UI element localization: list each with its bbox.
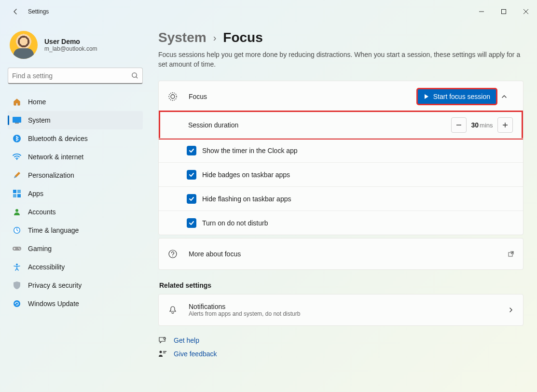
checkbox-flashing[interactable] — [187, 194, 196, 204]
nav-time[interactable]: Time & language — [8, 221, 143, 239]
option-dnd-row[interactable]: Turn on do not disturb — [159, 210, 523, 235]
avatar — [10, 31, 38, 59]
focus-header-row: Focus Start focus session — [159, 81, 523, 112]
chevron-right-icon — [508, 307, 514, 313]
nav-system[interactable]: System — [8, 111, 143, 129]
svg-point-21 — [172, 256, 173, 257]
svg-rect-3 — [15, 123, 19, 124]
svg-point-24 — [160, 351, 162, 353]
nav-accounts[interactable]: Accounts — [8, 203, 143, 221]
bell-icon — [167, 306, 178, 314]
help-chat-icon — [158, 336, 167, 344]
help-icon — [167, 250, 178, 258]
app-title: Settings — [28, 8, 49, 15]
clock-icon — [13, 226, 21, 235]
nav-privacy[interactable]: Privacy & security — [8, 276, 143, 294]
apps-icon — [13, 189, 21, 198]
close-button[interactable] — [515, 4, 537, 19]
checkbox-timer[interactable] — [187, 146, 196, 155]
nav-update[interactable]: Windows Update — [8, 294, 143, 313]
maximize-button[interactable] — [493, 4, 515, 19]
accessibility-icon — [13, 263, 21, 271]
person-icon — [13, 208, 21, 216]
nav-network[interactable]: Network & internet — [8, 148, 143, 166]
svg-rect-6 — [13, 190, 16, 193]
nav-apps[interactable]: Apps — [8, 184, 143, 203]
option-timer-row[interactable]: Show the timer in the Clock app — [159, 138, 523, 162]
svg-rect-0 — [502, 10, 506, 14]
svg-rect-2 — [13, 117, 21, 123]
svg-point-20 — [169, 250, 177, 258]
chevron-right-icon: › — [213, 32, 217, 43]
session-duration-label: Session duration — [188, 121, 238, 129]
svg-rect-8 — [13, 194, 16, 197]
more-about-focus-row[interactable]: More about focus — [158, 238, 523, 270]
svg-point-5 — [16, 159, 17, 160]
start-focus-button[interactable]: Start focus session — [417, 88, 497, 105]
bluetooth-icon — [13, 134, 21, 143]
back-button[interactable] — [6, 2, 25, 21]
duration-value: 30mins — [470, 121, 494, 129]
nav-gaming[interactable]: Gaming — [8, 239, 143, 258]
svg-point-18 — [169, 93, 177, 100]
wifi-icon — [13, 153, 21, 161]
get-help-link[interactable]: Get help — [158, 336, 523, 344]
svg-point-15 — [19, 249, 20, 250]
chevron-up-icon[interactable] — [501, 93, 514, 100]
increase-duration-button[interactable] — [497, 117, 513, 133]
svg-point-17 — [14, 300, 20, 307]
update-icon — [13, 299, 21, 308]
related-settings-title: Related settings — [159, 281, 523, 289]
focus-icon — [167, 92, 178, 101]
option-badges-row[interactable]: Hide badges on taskbar apps — [159, 162, 523, 186]
home-icon — [13, 98, 21, 106]
svg-point-10 — [15, 209, 18, 212]
checkbox-dnd[interactable] — [187, 218, 196, 228]
svg-point-16 — [16, 264, 18, 266]
focus-card: Focus Start focus session Session durati… — [158, 81, 523, 235]
main-content: System › Focus Focus sessions help you g… — [145, 23, 537, 392]
title-bar: Settings — [0, 0, 537, 23]
decrease-duration-button[interactable] — [451, 117, 467, 133]
svg-rect-9 — [17, 194, 21, 197]
open-link-icon — [508, 251, 514, 257]
minimize-button[interactable] — [470, 4, 493, 19]
profile-email: m_lab@outlook.com — [44, 45, 97, 52]
system-icon — [13, 116, 21, 125]
svg-point-1 — [132, 73, 137, 77]
profile[interactable]: User Demo m_lab@outlook.com — [10, 31, 145, 59]
svg-point-14 — [18, 248, 19, 249]
breadcrumb: System › Focus — [158, 30, 523, 45]
gamepad-icon — [13, 244, 21, 253]
breadcrumb-parent[interactable]: System — [158, 30, 207, 45]
focus-header-label: Focus — [189, 93, 207, 100]
notifications-row[interactable]: Notifications Alerts from apps and syste… — [158, 294, 523, 326]
play-icon — [424, 94, 429, 99]
search-box[interactable] — [8, 68, 143, 84]
give-feedback-link[interactable]: Give feedback — [158, 350, 523, 358]
sidebar: User Demo m_lab@outlook.com Home System … — [0, 23, 145, 392]
svg-point-19 — [171, 95, 175, 98]
page-title: Focus — [223, 30, 262, 45]
search-input[interactable] — [12, 72, 131, 80]
nav-accessibility[interactable]: Accessibility — [8, 258, 143, 276]
shield-icon — [13, 281, 21, 290]
svg-rect-7 — [17, 190, 21, 193]
feedback-icon — [158, 350, 167, 358]
search-icon — [131, 72, 138, 79]
session-duration-row: Session duration 30mins — [159, 111, 523, 140]
nav-personalization[interactable]: Personalization — [8, 166, 143, 184]
profile-name: User Demo — [44, 38, 97, 45]
checkbox-badges[interactable] — [187, 170, 196, 180]
nav-home[interactable]: Home — [8, 93, 143, 111]
page-description: Focus sessions help you get more done by… — [158, 50, 523, 69]
nav-bluetooth[interactable]: Bluetooth & devices — [8, 129, 143, 148]
option-flashing-row[interactable]: Hide flashing on taskbar apps — [159, 186, 523, 210]
brush-icon — [13, 171, 21, 180]
